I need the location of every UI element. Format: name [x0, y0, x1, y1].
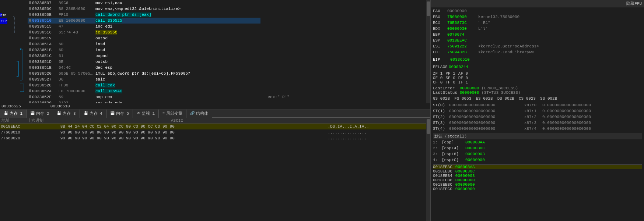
- bp-cell[interactable]: [28, 53, 31, 59]
- disasm-row[interactable]: 0033653031D2xor edx,edx: [28, 100, 426, 103]
- disasm-row[interactable]: 00336519outsd: [28, 35, 426, 41]
- seg-cs[interactable]: CS 0023: [519, 96, 536, 101]
- bp-cell[interactable]: [28, 18, 31, 24]
- bottom-tab-1[interactable]: 💾内存 2: [27, 110, 53, 118]
- reg-name: ESP: [433, 38, 446, 43]
- disasm-row[interactable]: 0033650789C6mov esi,eax: [28, 0, 426, 6]
- call-row: 4:[esp+C]00000000: [433, 157, 642, 163]
- bottom-tab-5[interactable]: 👁监视 1: [133, 110, 159, 118]
- bp-cell[interactable]: [28, 47, 31, 53]
- flag-if[interactable]: IF 1: [458, 80, 468, 85]
- disasm-row[interactable]: 0033651A6Dinsd: [28, 41, 426, 47]
- reg-eip-val[interactable]: 00336510: [450, 57, 470, 63]
- flag-zf[interactable]: ZF 1: [433, 71, 442, 76]
- disasm-row[interactable]: 0033651D6Eoutsb: [28, 59, 426, 65]
- reg-val[interactable]: 00000930: [447, 26, 477, 32]
- tab-icon: ≡: [162, 110, 165, 117]
- seg-ss[interactable]: SS 002B: [540, 96, 557, 101]
- disasm-row[interactable]: 00336528FFD0call eax: [28, 82, 426, 88]
- stack-val[interactable]: 00000000: [455, 178, 475, 182]
- disasm-row[interactable]: 0033652F59pop ecxecx:" R1": [28, 94, 426, 100]
- bottom-tab-6[interactable]: ≡局部变量: [159, 110, 186, 118]
- call-val[interactable]: 000008AA: [465, 139, 485, 145]
- tab-label: 局部变量: [166, 110, 182, 117]
- reg-val[interactable]: 76E6873C: [447, 20, 477, 26]
- bottom-tab-4[interactable]: 💾内存 5: [106, 110, 133, 118]
- bp-cell[interactable]: [28, 94, 31, 100]
- disasm-row[interactable]: 00336509B8 286B4600mov eax,<eqnedt32.&ol…: [28, 6, 426, 12]
- bp-cell[interactable]: [28, 12, 31, 18]
- bp-cell[interactable]: [28, 100, 31, 103]
- reg-val[interactable]: 75080000: [447, 14, 477, 20]
- reg-val[interactable]: 0070074: [447, 32, 477, 38]
- call-val[interactable]: 0000030C: [465, 145, 485, 151]
- call-val[interactable]: 00000000: [465, 157, 485, 163]
- disasm-row[interactable]: 0033651B6Dinsd: [28, 47, 426, 53]
- seg-ds[interactable]: DS 002B: [497, 96, 514, 101]
- stack-val[interactable]: 00000003: [455, 174, 475, 178]
- reg-eflags-val[interactable]: 00000244: [449, 64, 468, 70]
- disasm-inst: outsd: [95, 35, 260, 41]
- bottom-tab-0[interactable]: 💾内存 1: [0, 110, 27, 118]
- flag-tf[interactable]: TF 0: [445, 80, 455, 85]
- bottom-tab-3[interactable]: 💾内存 4: [80, 110, 106, 118]
- disasm-row[interactable]: 00336520696E 65 570053FFimul ebp,dword p…: [28, 71, 426, 76]
- bp-cell[interactable]: [28, 59, 31, 65]
- call-val[interactable]: 00000003: [465, 151, 485, 157]
- reg-row-edx: EDX00000930L'τ': [433, 26, 642, 32]
- bottom-tab-7[interactable]: 🔗结构体: [186, 110, 212, 118]
- reg-val[interactable]: 7509482B: [447, 49, 477, 55]
- disasm-row[interactable]: 00336527D6salc: [28, 76, 426, 82]
- reg-val[interactable]: 00000000: [447, 8, 477, 14]
- disasm-row[interactable]: 0033652AE8 7D000000call 3365AC: [28, 88, 426, 94]
- disasm-addr: 00336530: [31, 100, 58, 103]
- reg-row-ebp: EBP0070074: [433, 32, 642, 38]
- st-name: ST(3): [433, 120, 448, 126]
- bp-cell[interactable]: [28, 88, 31, 94]
- disasm-scroll-area[interactable]: 0033650789C6mov esi,eax00336509B8 286B46…: [28, 0, 426, 103]
- stack-val[interactable]: 0000030C: [455, 169, 475, 174]
- bp-cell[interactable]: [28, 6, 31, 12]
- stack-val-hl[interactable]: 000008AA: [455, 165, 475, 169]
- stack-val[interactable]: 00000000: [455, 187, 475, 191]
- disasm-row[interactable]: 0033650EFF10call dword ptr ds:[eax]: [28, 12, 426, 18]
- flag-pf[interactable]: PF 1: [445, 71, 455, 76]
- disasm-scrollbar[interactable]: [426, 0, 430, 103]
- seg-fs[interactable]: FS 0053: [454, 96, 471, 101]
- bp-cell[interactable]: [28, 65, 31, 71]
- memory-row[interactable]: 7766001090 90 90 90 90 90 90 90 90 90 90…: [0, 129, 426, 135]
- stack-val[interactable]: 00000000: [455, 182, 475, 187]
- disasm-row[interactable]: 0033651E64:4Cdec esp: [28, 65, 426, 71]
- memory-row[interactable]: 7766002090 90 90 90 90 90 90 90 90 90 90…: [0, 135, 426, 141]
- flag-df[interactable]: DF 0: [458, 76, 468, 80]
- bp-cell[interactable]: [28, 35, 31, 41]
- seg-es[interactable]: ES 002B: [476, 96, 493, 101]
- reg-val[interactable]: 0018EEAC: [447, 38, 477, 43]
- flag-af[interactable]: AF 0: [458, 71, 468, 76]
- bp-cell[interactable]: [28, 76, 31, 82]
- bp-cell[interactable]: [28, 71, 31, 76]
- flag-cf[interactable]: CF 0: [433, 80, 442, 85]
- mem-scrollbar[interactable]: [426, 118, 430, 221]
- bp-cell[interactable]: [28, 29, 31, 35]
- disasm-row[interactable]: 0033651C61popad: [28, 53, 426, 59]
- bp-cell[interactable]: [28, 0, 31, 6]
- laststatus-val[interactable]: 00000000: [460, 90, 479, 95]
- memory-row-highlight[interactable]: 0018EEAC8B 44 24 04 CC C2 04 00 CC 90 C3…: [0, 124, 426, 129]
- reg-val[interactable]: 75091222: [447, 43, 477, 49]
- flag-sf[interactable]: SF 0: [445, 76, 455, 80]
- flag-of[interactable]: OF 0: [433, 76, 442, 80]
- disasm-row[interactable]: 0033651665:74 43je 33655C: [28, 29, 426, 35]
- st-name: ST(0): [433, 102, 448, 108]
- bp-cell[interactable]: [28, 41, 31, 47]
- st-type: x87r1: [524, 108, 541, 114]
- lasterror-val[interactable]: 00000000: [460, 86, 479, 90]
- disasm-row[interactable]: 00336510E8 10000000call 336525: [28, 18, 426, 24]
- bottom-tab-2[interactable]: 💾内存 3: [53, 110, 80, 118]
- bp-cell[interactable]: [28, 24, 31, 29]
- seg-gs[interactable]: GS 002B: [433, 96, 450, 101]
- bp-cell[interactable]: [28, 82, 31, 88]
- mem-addr: 0018EEAC: [0, 124, 60, 129]
- reg-row-esi: ESI75091222<kernel32.GetProcAddress>: [433, 43, 642, 49]
- disasm-row[interactable]: 0033651547inc edi: [28, 24, 426, 29]
